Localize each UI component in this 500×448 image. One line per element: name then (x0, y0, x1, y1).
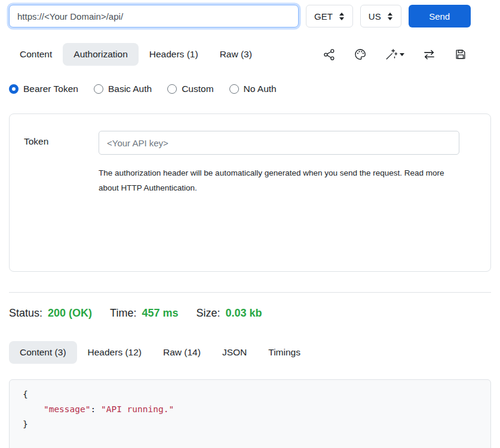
auth-option-no-auth[interactable]: No Auth (229, 84, 277, 94)
updown-arrows-icon (339, 12, 345, 21)
code-indent (23, 404, 44, 414)
radio-unchecked-icon (94, 84, 103, 94)
auth-option-custom[interactable]: Custom (167, 84, 213, 94)
response-body: { "message": "API running." } (9, 379, 491, 448)
response-tab-timings[interactable]: Timings (257, 341, 311, 364)
caret-down-icon (400, 53, 404, 56)
size-value: 0.03 kb (226, 307, 262, 320)
token-label: Token (24, 131, 99, 147)
send-button[interactable]: Send (409, 5, 471, 27)
response-tab-json[interactable]: JSON (211, 341, 257, 364)
code-value: "API running." (101, 404, 174, 414)
time-label: Time: (110, 307, 136, 320)
auth-panel: Token The authorization header will be a… (9, 113, 491, 272)
location-select-value: US (369, 11, 381, 22)
request-tabs: Content Authorization Headers (1) Raw (3… (9, 43, 491, 66)
code-brace: { (23, 389, 28, 399)
radio-checked-icon (9, 84, 19, 94)
auth-option-label: Custom (182, 84, 213, 94)
auth-type-options: Bearer Token Basic Auth Custom No Auth (9, 84, 491, 94)
code-line: { (23, 387, 477, 402)
radio-unchecked-icon (229, 84, 239, 94)
response-tabs: Content (3) Headers (12) Raw (14) JSON T… (9, 341, 491, 364)
response-summary: Status: 200 (OK) Time: 457 ms Size: 0.03… (9, 307, 491, 320)
response-tab-raw[interactable]: Raw (14) (152, 341, 211, 364)
status-value: 200 (OK) (48, 307, 92, 320)
response-tab-headers[interactable]: Headers (12) (77, 341, 152, 364)
tab-content[interactable]: Content (9, 43, 63, 66)
magic-wand-icon[interactable] (385, 48, 404, 61)
method-select[interactable]: GET (306, 5, 353, 27)
swap-icon[interactable] (422, 48, 436, 62)
url-input[interactable] (9, 5, 299, 27)
tab-authorization[interactable]: Authorization (63, 43, 138, 66)
response-tab-content[interactable]: Content (3) (9, 341, 77, 364)
api-client-page: GET US Send Content Authorization Header… (0, 0, 500, 448)
auth-option-bearer-token[interactable]: Bearer Token (9, 84, 78, 94)
auth-option-label: Basic Auth (108, 84, 152, 94)
radio-unchecked-icon (167, 84, 177, 94)
auth-option-basic-auth[interactable]: Basic Auth (94, 84, 152, 94)
palette-icon[interactable] (354, 48, 367, 61)
code-line: "message": "API running." (23, 402, 477, 417)
tab-headers[interactable]: Headers (1) (139, 43, 209, 66)
auth-help-text: The authorization header will be automat… (99, 165, 451, 195)
status-label: Status: (9, 307, 42, 320)
code-separator: : (91, 404, 101, 414)
location-select[interactable]: US (360, 5, 401, 27)
toolbar-icons (323, 48, 491, 62)
code-line: } (23, 417, 477, 432)
time-value: 457 ms (142, 307, 178, 320)
updown-arrows-icon (387, 12, 393, 21)
section-divider (9, 292, 491, 293)
size-label: Size: (196, 307, 220, 320)
token-input[interactable] (99, 131, 459, 155)
code-brace: } (23, 419, 28, 429)
save-icon[interactable] (454, 48, 467, 61)
auth-option-label: No Auth (244, 84, 277, 94)
method-select-value: GET (314, 11, 333, 22)
share-icon[interactable] (323, 48, 336, 61)
tab-raw[interactable]: Raw (3) (209, 43, 263, 66)
token-column: The authorization header will be automat… (99, 131, 476, 195)
code-key: "message" (44, 404, 91, 414)
request-bar: GET US Send (9, 5, 491, 27)
auth-option-label: Bearer Token (23, 84, 78, 94)
